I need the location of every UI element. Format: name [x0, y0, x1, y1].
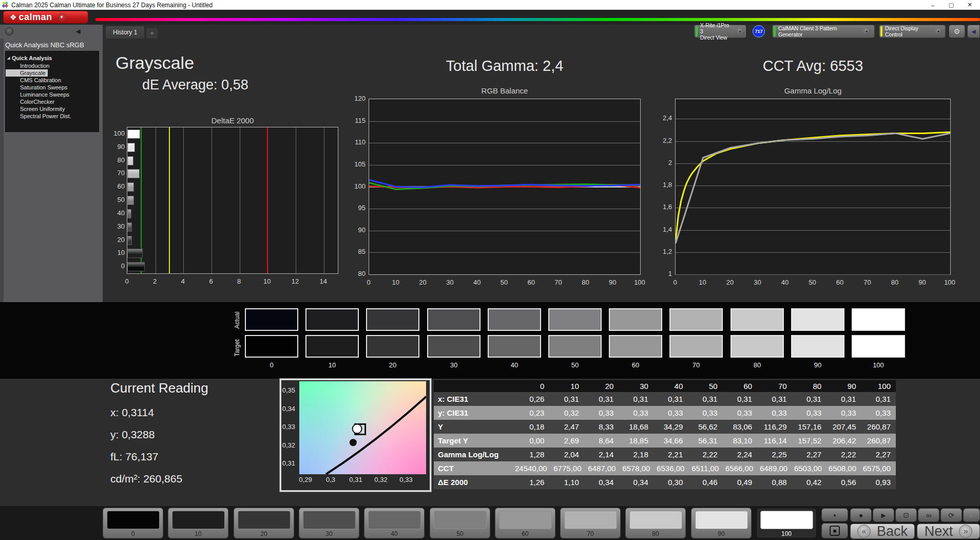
table-cell: 0,46 [688, 478, 722, 487]
band-level-label: 0 [245, 361, 298, 369]
tree-item-grayscale[interactable]: Grayscale [6, 69, 48, 77]
tree-item-colorchecker[interactable]: ColorChecker [6, 98, 99, 105]
pattern-tile-50[interactable]: 50 [430, 508, 490, 538]
table-cell: 2,47 [549, 422, 584, 431]
rgb-x-tick: 70 [550, 278, 567, 286]
tree-expander-icon[interactable]: ◢ [7, 56, 10, 60]
actual-swatch-40 [488, 308, 541, 331]
refresh-button[interactable]: ⟳ [940, 508, 962, 522]
deltae-gridline [324, 127, 324, 273]
gear-icon[interactable]: ⚙ [949, 25, 965, 38]
table-cell: 2,21 [654, 450, 688, 459]
actual-swatch-70 [669, 308, 723, 331]
sidebar-collapse-icon[interactable]: ◀ [73, 26, 83, 36]
pattern-tile-10[interactable]: 10 [168, 508, 228, 538]
pattern-tile-90[interactable]: 90 [691, 508, 752, 538]
pattern-tile-20[interactable]: 20 [234, 508, 294, 538]
tree-item-saturation-sweeps[interactable]: Saturation Sweeps [6, 84, 99, 91]
close-button[interactable]: ✕ [960, 0, 979, 10]
actual-swatch-50 [548, 308, 602, 331]
table-cell: 18,85 [619, 436, 653, 445]
table-cell: 56,31 [688, 436, 722, 445]
tree-root-quick-analysis[interactable]: ◢ Quick Analysis [6, 54, 99, 62]
pattern-tile-label: 100 [757, 530, 816, 537]
tree-item-spectral-power-dist-[interactable]: Spectral Power Dist. [6, 113, 99, 120]
table-cell: 0,34 [619, 478, 653, 487]
pattern-tile-100[interactable]: 100 [756, 508, 817, 538]
table-cell: 0,31 [827, 395, 861, 403]
pattern-tile-label: 60 [495, 530, 555, 537]
deltae-y-tick: 50 [106, 196, 125, 203]
pattern-generator-dropdown[interactable]: CalMAN Client 3 Pattern Generator ▼ [772, 25, 875, 38]
table-cell: 24540,00 [515, 464, 552, 473]
table-row-1: y: CIE310,230,320,330,330,330,330,330,33… [434, 406, 896, 420]
table-cell: 6511,00 [689, 464, 724, 473]
pattern-window-button[interactable]: ⊡ [895, 508, 917, 522]
display-control-dropdown[interactable]: Direct Display Control ▼ [879, 25, 946, 38]
table-col-header-90: 90 [827, 382, 861, 390]
record-button[interactable]: ● [963, 508, 980, 522]
deltae-bar-0 [127, 262, 145, 271]
row-label: x: CIE31 [434, 395, 515, 403]
table-cell: 2,04 [549, 450, 584, 459]
pattern-tile-0[interactable]: 0 [103, 508, 163, 538]
meter-dropdown[interactable]: X-Rite i1Pro 3 Direct View ▼ [694, 25, 746, 38]
sidebar: Quick Analysis NBC sRGB ◢ Quick Analysis… [0, 39, 103, 302]
loop-button[interactable]: ∞ [918, 508, 939, 522]
workflow-options-button[interactable] [5, 27, 13, 35]
maximize-button[interactable]: ▢ [942, 0, 960, 10]
table-cell: 6489,00 [758, 464, 793, 473]
rgb-y-tick: 115 [347, 117, 366, 124]
gamma-x-tick: 50 [804, 278, 821, 286]
pattern-toggle-button[interactable]: ■ [821, 523, 848, 538]
table-cell: 0,18 [515, 422, 549, 431]
tree-item-luminance-sweeps[interactable]: Luminance Sweeps [6, 91, 99, 98]
tree-item-screen-uniformity[interactable]: Screen Uniformity [6, 105, 99, 113]
table-cell: 0,33 [757, 408, 792, 417]
pattern-tile-70[interactable]: 70 [560, 508, 621, 538]
deltae-x-tick: 12 [288, 277, 302, 285]
table-cell: 0,31 [723, 395, 757, 403]
scroll-up-button[interactable]: ▲ [821, 508, 848, 522]
target-swatch-10 [305, 335, 359, 358]
minimize-button[interactable]: – [924, 0, 942, 10]
meter-name: X-Rite i1Pro 3 [700, 22, 732, 34]
add-tab-button[interactable]: + [146, 28, 158, 39]
calman-menu-button[interactable]: ❖ calman ▼ [3, 11, 88, 24]
current-reading-line-3: cd/m²: 260,865 [110, 473, 182, 485]
rgb-lines [369, 99, 640, 274]
pattern-tile-60[interactable]: 60 [495, 508, 555, 538]
band-level-label: 70 [669, 361, 723, 369]
table-cell: 0,32 [549, 408, 584, 417]
rgb-y-tick: 95 [347, 204, 366, 212]
rgb-series-blue [369, 180, 640, 188]
table-cell: 83,06 [723, 422, 757, 431]
back-button[interactable]: « Back [850, 524, 915, 539]
stop-button[interactable]: ■ [850, 508, 872, 522]
row-label: CCT [434, 464, 515, 473]
table-cell: 0,88 [757, 478, 792, 487]
table-cell: 8,64 [584, 436, 619, 445]
table-col-header-30: 30 [619, 382, 653, 390]
next-button[interactable]: Next » [917, 524, 980, 539]
tab-history-1[interactable]: History 1 [105, 26, 145, 39]
pattern-tile-40[interactable]: 40 [364, 508, 425, 538]
tree-item-cms-calibration[interactable]: CMS Calibration [6, 77, 99, 84]
table-row-4: Gamma Log/Log1,282,042,142,182,212,222,2… [434, 448, 896, 461]
table-cell: 0,31 [584, 395, 619, 403]
pattern-tile-swatch [760, 511, 813, 529]
pattern-tile-30[interactable]: 30 [299, 508, 359, 538]
panel-collapse-button[interactable]: ◀ [967, 25, 980, 38]
band-level-label: 80 [731, 361, 784, 369]
deltae-gridline [240, 127, 240, 273]
cie-x-tick: 0,33 [396, 476, 416, 483]
page-title: Grayscale [116, 53, 194, 73]
play-button[interactable]: ▶ [873, 508, 894, 522]
measured-point-dot [350, 439, 357, 446]
table-col-header-0: 0 [515, 382, 549, 390]
gamma-chart-title: Gamma Log/Log [675, 86, 951, 95]
calman-logo-icon: ❖ [10, 13, 16, 22]
pattern-tile-80[interactable]: 80 [625, 508, 686, 538]
tree-item-introduction[interactable]: Introduction [6, 62, 99, 69]
deltae-x-tick: 4 [176, 277, 190, 285]
